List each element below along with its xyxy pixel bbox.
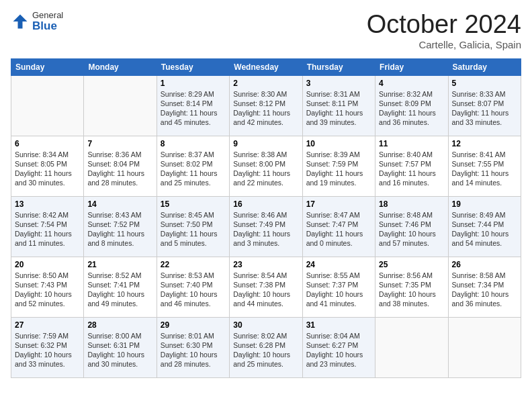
logo-text: General Blue xyxy=(32,11,63,33)
day-info: Sunrise: 8:47 AMSunset: 7:47 PMDaylight:… xyxy=(306,210,371,248)
day-info: Sunrise: 8:46 AMSunset: 7:49 PMDaylight:… xyxy=(233,210,298,248)
col-saturday: Saturday xyxy=(448,58,521,75)
header-row: Sunday Monday Tuesday Wednesday Thursday… xyxy=(11,58,521,75)
day-cell: 11Sunrise: 8:40 AMSunset: 7:57 PMDayligh… xyxy=(375,136,448,196)
day-info: Sunrise: 8:01 AMSunset: 6:30 PMDaylight:… xyxy=(161,331,226,369)
day-cell: 24Sunrise: 8:55 AMSunset: 7:37 PMDayligh… xyxy=(302,257,375,317)
day-info: Sunrise: 8:37 AMSunset: 8:02 PMDaylight:… xyxy=(161,150,226,188)
day-info: Sunrise: 8:40 AMSunset: 7:57 PMDaylight:… xyxy=(379,150,444,188)
svg-marker-0 xyxy=(13,15,28,29)
day-info: Sunrise: 8:04 AMSunset: 6:27 PMDaylight:… xyxy=(306,331,371,369)
week-row-1: 6Sunrise: 8:34 AMSunset: 8:05 PMDaylight… xyxy=(11,136,521,196)
logo-blue: Blue xyxy=(32,20,63,33)
day-cell xyxy=(11,75,84,136)
day-number: 14 xyxy=(87,199,152,209)
day-info: Sunrise: 8:29 AMSunset: 8:14 PMDaylight:… xyxy=(161,89,226,128)
week-row-2: 13Sunrise: 8:42 AMSunset: 7:54 PMDayligh… xyxy=(11,196,521,257)
day-info: Sunrise: 8:42 AMSunset: 7:54 PMDaylight:… xyxy=(15,210,80,248)
day-info: Sunrise: 8:36 AMSunset: 8:04 PMDaylight:… xyxy=(87,150,152,188)
day-number: 18 xyxy=(379,199,444,209)
day-cell: 5Sunrise: 8:33 AMSunset: 8:07 PMDaylight… xyxy=(448,75,521,136)
location: Cartelle, Galicia, Spain xyxy=(367,39,521,50)
day-info: Sunrise: 8:55 AMSunset: 7:37 PMDaylight:… xyxy=(306,271,371,309)
day-cell: 28Sunrise: 8:00 AMSunset: 6:31 PMDayligh… xyxy=(84,317,157,377)
day-number: 6 xyxy=(15,139,80,148)
day-number: 13 xyxy=(15,199,80,209)
day-info: Sunrise: 8:48 AMSunset: 7:46 PMDaylight:… xyxy=(379,210,444,248)
day-number: 31 xyxy=(306,320,371,330)
day-info: Sunrise: 8:02 AMSunset: 6:28 PMDaylight:… xyxy=(233,331,298,369)
day-number: 30 xyxy=(233,320,298,330)
title-block: October 2024 Cartelle, Galicia, Spain xyxy=(367,11,521,50)
day-info: Sunrise: 8:53 AMSunset: 7:40 PMDaylight:… xyxy=(161,271,226,309)
day-number: 26 xyxy=(452,260,517,269)
page-header: General Blue October 2024 Cartelle, Gali… xyxy=(11,11,521,50)
day-cell: 6Sunrise: 8:34 AMSunset: 8:05 PMDaylight… xyxy=(11,136,84,196)
day-cell: 30Sunrise: 8:02 AMSunset: 6:28 PMDayligh… xyxy=(230,317,302,377)
day-number: 9 xyxy=(233,139,298,148)
week-row-4: 27Sunrise: 7:59 AMSunset: 6:32 PMDayligh… xyxy=(11,317,521,377)
col-friday: Friday xyxy=(375,58,448,75)
col-tuesday: Tuesday xyxy=(157,58,229,75)
day-cell: 29Sunrise: 8:01 AMSunset: 6:30 PMDayligh… xyxy=(157,317,229,377)
day-cell xyxy=(84,75,157,136)
col-wednesday: Wednesday xyxy=(230,58,302,75)
day-cell: 26Sunrise: 8:58 AMSunset: 7:34 PMDayligh… xyxy=(448,257,521,317)
day-number: 12 xyxy=(452,139,517,148)
day-number: 15 xyxy=(161,199,226,209)
logo-icon xyxy=(11,12,30,31)
day-info: Sunrise: 8:34 AMSunset: 8:05 PMDaylight:… xyxy=(15,150,80,188)
col-sunday: Sunday xyxy=(11,58,84,75)
day-cell: 1Sunrise: 8:29 AMSunset: 8:14 PMDaylight… xyxy=(157,75,229,136)
day-cell: 25Sunrise: 8:56 AMSunset: 7:35 PMDayligh… xyxy=(375,257,448,317)
day-cell: 23Sunrise: 8:54 AMSunset: 7:38 PMDayligh… xyxy=(230,257,302,317)
day-info: Sunrise: 8:52 AMSunset: 7:41 PMDaylight:… xyxy=(87,271,152,309)
week-row-3: 20Sunrise: 8:50 AMSunset: 7:43 PMDayligh… xyxy=(11,257,521,317)
day-cell: 2Sunrise: 8:30 AMSunset: 8:12 PMDaylight… xyxy=(230,75,302,136)
day-number: 7 xyxy=(87,139,152,148)
day-number: 1 xyxy=(161,79,226,88)
day-cell: 27Sunrise: 7:59 AMSunset: 6:32 PMDayligh… xyxy=(11,317,84,377)
day-cell: 8Sunrise: 8:37 AMSunset: 8:02 PMDaylight… xyxy=(157,136,229,196)
day-info: Sunrise: 8:38 AMSunset: 8:00 PMDaylight:… xyxy=(233,150,298,188)
day-info: Sunrise: 8:43 AMSunset: 7:52 PMDaylight:… xyxy=(87,210,152,248)
day-info: Sunrise: 8:41 AMSunset: 7:55 PMDaylight:… xyxy=(452,150,517,188)
day-info: Sunrise: 8:30 AMSunset: 8:12 PMDaylight:… xyxy=(233,89,298,128)
day-info: Sunrise: 8:31 AMSunset: 8:11 PMDaylight:… xyxy=(306,89,371,128)
day-number: 29 xyxy=(161,320,226,330)
day-number: 8 xyxy=(161,139,226,148)
day-cell: 10Sunrise: 8:39 AMSunset: 7:59 PMDayligh… xyxy=(302,136,375,196)
col-thursday: Thursday xyxy=(302,58,375,75)
day-cell: 13Sunrise: 8:42 AMSunset: 7:54 PMDayligh… xyxy=(11,196,84,257)
day-cell: 21Sunrise: 8:52 AMSunset: 7:41 PMDayligh… xyxy=(84,257,157,317)
day-number: 2 xyxy=(233,79,298,88)
day-number: 19 xyxy=(452,199,517,209)
day-info: Sunrise: 8:49 AMSunset: 7:44 PMDaylight:… xyxy=(452,210,517,248)
day-cell: 20Sunrise: 8:50 AMSunset: 7:43 PMDayligh… xyxy=(11,257,84,317)
week-row-0: 1Sunrise: 8:29 AMSunset: 8:14 PMDaylight… xyxy=(11,75,521,136)
day-info: Sunrise: 8:32 AMSunset: 8:09 PMDaylight:… xyxy=(379,89,444,128)
day-number: 20 xyxy=(15,260,80,269)
day-number: 11 xyxy=(379,139,444,148)
day-cell: 16Sunrise: 8:46 AMSunset: 7:49 PMDayligh… xyxy=(230,196,302,257)
day-number: 10 xyxy=(306,139,371,148)
day-cell: 19Sunrise: 8:49 AMSunset: 7:44 PMDayligh… xyxy=(448,196,521,257)
day-cell: 18Sunrise: 8:48 AMSunset: 7:46 PMDayligh… xyxy=(375,196,448,257)
day-number: 28 xyxy=(87,320,152,330)
day-cell: 22Sunrise: 8:53 AMSunset: 7:40 PMDayligh… xyxy=(157,257,229,317)
day-cell: 7Sunrise: 8:36 AMSunset: 8:04 PMDaylight… xyxy=(84,136,157,196)
day-info: Sunrise: 8:50 AMSunset: 7:43 PMDaylight:… xyxy=(15,271,80,309)
day-number: 21 xyxy=(87,260,152,269)
day-cell: 14Sunrise: 8:43 AMSunset: 7:52 PMDayligh… xyxy=(84,196,157,257)
day-cell: 3Sunrise: 8:31 AMSunset: 8:11 PMDaylight… xyxy=(302,75,375,136)
day-cell xyxy=(375,317,448,377)
day-cell: 17Sunrise: 8:47 AMSunset: 7:47 PMDayligh… xyxy=(302,196,375,257)
day-number: 23 xyxy=(233,260,298,269)
day-info: Sunrise: 8:00 AMSunset: 6:31 PMDaylight:… xyxy=(87,331,152,369)
day-info: Sunrise: 8:45 AMSunset: 7:50 PMDaylight:… xyxy=(161,210,226,248)
day-number: 25 xyxy=(379,260,444,269)
calendar-body: 1Sunrise: 8:29 AMSunset: 8:14 PMDaylight… xyxy=(11,75,521,377)
day-info: Sunrise: 8:56 AMSunset: 7:35 PMDaylight:… xyxy=(379,271,444,309)
day-cell: 4Sunrise: 8:32 AMSunset: 8:09 PMDaylight… xyxy=(375,75,448,136)
day-info: Sunrise: 7:59 AMSunset: 6:32 PMDaylight:… xyxy=(15,331,80,369)
